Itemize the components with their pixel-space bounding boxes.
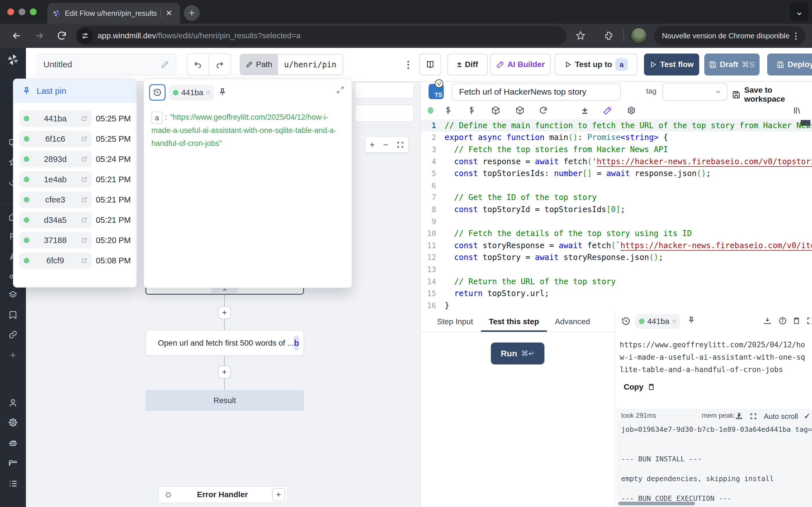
pin-list-item[interactable]: cfee305:21 PM — [13, 189, 137, 210]
expand-icon[interactable] — [336, 86, 344, 94]
sidebar-folders-icon[interactable] — [8, 459, 18, 468]
external-link-icon[interactable] — [81, 196, 87, 203]
code-line[interactable]: 7 // Get the ID of the top story — [421, 191, 812, 204]
external-link-icon[interactable] — [81, 176, 87, 182]
variables-icon[interactable] — [467, 106, 476, 115]
tab-test-this-step[interactable]: Test this step — [481, 312, 547, 332]
run-button[interactable]: Run ⌘↵ — [491, 342, 545, 364]
history-icon[interactable] — [621, 317, 630, 326]
tab-close-icon[interactable]: ✕ — [165, 9, 172, 17]
save-to-workspace-button[interactable]: Save to workspace — [732, 86, 812, 104]
code-line[interactable]: 1// Define the main function to fetch th… — [421, 119, 812, 131]
result-node[interactable]: Result — [146, 390, 304, 411]
code-editor[interactable]: 1// Define the main function to fetch th… — [421, 119, 812, 312]
code-line[interactable]: 10 // Fetch the details of the top story… — [421, 227, 812, 239]
sidebar-settings-icon[interactable] — [8, 418, 18, 427]
sidebar-logs-icon[interactable] — [8, 479, 18, 489]
site-settings-icon[interactable] — [77, 28, 93, 44]
sidebar-resources-icon[interactable] — [8, 290, 17, 299]
extensions-icon[interactable] — [603, 31, 614, 41]
sidebar-add-icon[interactable] — [8, 351, 17, 360]
save-draft-button[interactable]: Draft ⌘S — [704, 54, 760, 75]
more-options-icon[interactable]: ⋮ — [403, 59, 413, 70]
flow-input-field[interactable] — [355, 105, 414, 122]
expand-logs-icon[interactable] — [750, 413, 757, 420]
browser-tab[interactable]: Edit Flow u/henri/pin_results | ✕ — [47, 3, 180, 24]
external-link-icon[interactable] — [81, 115, 87, 122]
settings-gear-icon[interactable] — [627, 106, 636, 115]
new-tab-button[interactable]: + — [184, 5, 200, 21]
sidebar-user-icon[interactable] — [8, 398, 18, 407]
fullscreen-icon[interactable] — [806, 317, 812, 325]
external-link-icon[interactable] — [81, 156, 87, 162]
sidebar-workers-icon[interactable] — [8, 438, 18, 448]
tag-select[interactable] — [663, 83, 727, 101]
code-line[interactable]: 13 — [421, 263, 812, 276]
tab-step-input[interactable]: Step Input — [429, 312, 481, 332]
code-line[interactable]: 12 const topStory = await storyResponse.… — [421, 251, 812, 264]
edit-pencil-icon[interactable] — [161, 61, 169, 68]
undo-button[interactable] — [188, 54, 209, 75]
code-line[interactable]: 2export async function main(): Promise<s… — [421, 131, 812, 144]
windmill-logo[interactable] — [6, 53, 19, 66]
insert-step-button[interactable] — [218, 365, 231, 379]
pin-list-item[interactable]: 6fcf905:08 PM — [13, 250, 137, 271]
zoom-in-icon[interactable]: + — [370, 140, 375, 150]
docs-button[interactable] — [419, 54, 441, 75]
pin-list-item[interactable]: d34a505:21 PM — [13, 210, 137, 230]
external-link-icon[interactable] — [206, 90, 210, 96]
add-error-handler-button[interactable] — [272, 488, 285, 501]
external-link-icon[interactable] — [81, 217, 87, 223]
package-icon[interactable] — [515, 106, 524, 115]
popup-job-badge[interactable]: 441ba — [169, 85, 214, 101]
external-link-icon[interactable] — [81, 258, 87, 264]
code-line[interactable]: 8 const topStoryId = topStoriesIds[0]; — [421, 203, 812, 216]
profile-avatar[interactable] — [630, 27, 647, 44]
forward-icon[interactable] — [34, 31, 45, 41]
sidebar-link-icon[interactable] — [8, 330, 17, 339]
library-icon[interactable] — [793, 106, 802, 115]
pin-list-item[interactable]: 2893d05:24 PM — [13, 149, 137, 169]
log-panel[interactable]: took 291ms mem peak: 2 Auto scroll ✓ job… — [617, 409, 812, 507]
pin-list-item[interactable]: 3718805:20 PM — [13, 230, 137, 250]
auto-scroll-check-icon[interactable]: ✓ — [804, 411, 810, 421]
info-icon[interactable] — [778, 317, 787, 325]
diff-button[interactable]: ± Diff — [448, 54, 488, 75]
path-value[interactable]: u/henri/pin — [278, 54, 343, 75]
pin-list-item[interactable]: 1e4ab05:21 PM — [13, 169, 137, 189]
code-line[interactable]: 6 — [421, 179, 812, 191]
tab-advanced[interactable]: Advanced — [547, 312, 598, 332]
external-link-icon[interactable] — [672, 318, 676, 325]
code-line[interactable]: 11 const storyResponse = await fetch(`ht… — [421, 239, 812, 251]
auto-scroll-label[interactable]: Auto scroll — [764, 412, 798, 421]
sidebar-docs-icon[interactable] — [8, 311, 17, 320]
copy-result-button[interactable]: Copy — [624, 383, 655, 392]
code-line[interactable]: 4 const response = await fetch('https://… — [421, 156, 812, 168]
step-summary-input[interactable]: Fetch url of HackerNews top story — [452, 83, 621, 101]
zoom-out-icon[interactable]: − — [383, 140, 388, 150]
traffic-close-button[interactable] — [7, 8, 14, 15]
address-bar[interactable]: app.windmill.dev/flows/edit/u/henri/pin_… — [75, 26, 566, 45]
pin-list-item[interactable]: 441ba05:25 PM — [13, 108, 137, 129]
path-editor[interactable]: Path u/henri/pin — [240, 54, 343, 75]
assets-icon[interactable] — [444, 106, 453, 115]
fit-view-icon[interactable] — [397, 141, 404, 149]
test-up-to-button[interactable]: Test up to a — [555, 54, 638, 75]
reset-icon[interactable] — [539, 106, 548, 115]
chrome-menu-icon[interactable]: ⋮ — [792, 31, 800, 41]
external-link-icon[interactable] — [81, 237, 87, 243]
error-handler-node[interactable]: Error Handler — [158, 486, 288, 503]
pin-icon[interactable] — [687, 316, 696, 325]
horizontal-scrollbar[interactable] — [618, 502, 695, 505]
pin-icon[interactable] — [218, 88, 227, 97]
result-job-badge[interactable]: 441ba — [635, 314, 680, 329]
pin-list-item[interactable]: 6f1c605:25 PM — [13, 129, 137, 149]
redo-button[interactable] — [209, 54, 231, 75]
clipboard-icon[interactable] — [792, 317, 801, 325]
last-pin-header[interactable]: Last pin — [13, 79, 137, 103]
test-flow-button[interactable]: Test flow — [644, 54, 699, 75]
code-line[interactable]: 5 const topStoriesIds: number[] = await … — [421, 167, 812, 179]
deploy-button[interactable]: Deploy — [767, 54, 812, 75]
ai-wand-icon[interactable] — [603, 106, 612, 115]
reload-icon[interactable] — [56, 31, 67, 41]
